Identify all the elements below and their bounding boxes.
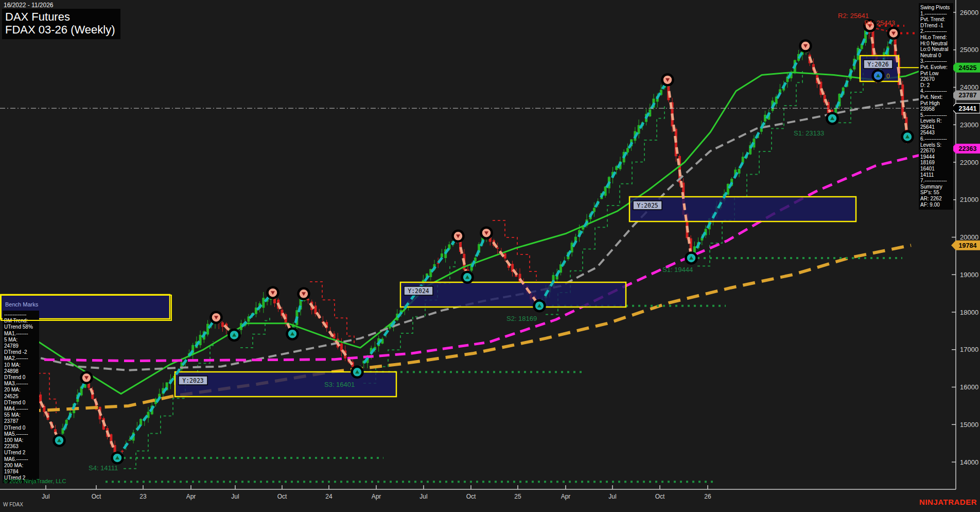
price-tag-text: 23441 — [959, 105, 977, 112]
price-tick-label: 17000 — [960, 346, 978, 353]
panel-line: 18169 — [920, 160, 953, 166]
price-tick-label: 19000 — [960, 271, 978, 279]
year-box-y2024[interactable] — [400, 282, 626, 307]
time-tick-label: Oct — [277, 493, 287, 500]
panel-line: Lo:0 Neutral — [920, 46, 953, 53]
time-tick-label: 26 — [704, 493, 711, 500]
price-axis[interactable]: 2600025000240002300022000210002000019000… — [951, 0, 980, 489]
price-tick-label: 24000 — [960, 83, 978, 91]
time-tick-label: Apr — [186, 493, 196, 500]
panel-line: DTrend -1 — [920, 23, 953, 29]
panel-line: 10 MA: — [4, 362, 39, 368]
year-box-y2023[interactable] — [175, 372, 396, 397]
panel-line: 14111 — [920, 172, 953, 178]
panel-line: 3.------------- — [920, 58, 953, 64]
panel-line: 22670 — [920, 148, 953, 154]
copyright-text: © 2026 NinjaTrader, LLC — [4, 478, 66, 484]
panel-line: 6.------------- — [920, 136, 953, 142]
time-tick-label: Oct — [92, 493, 101, 500]
panel-line: Pvt. Trend: — [920, 16, 953, 23]
panel-line: 24898 — [4, 368, 39, 374]
instrument-label: W FDAX — [3, 502, 23, 507]
chart-labels-layer: S4: 14111S3: 16401S2: 18169S1: 19444S1: … — [89, 12, 895, 472]
chart-label: 0 — [886, 73, 890, 80]
panel-line: MA4.------- — [4, 406, 39, 412]
time-tick-label: Jul — [608, 493, 616, 500]
panel-line: MA1.------- — [4, 331, 39, 337]
time-tick-label: Jul — [231, 493, 239, 500]
panel-line: Pvt. Next: — [920, 94, 953, 100]
panel-line: MA6.------- — [4, 456, 39, 463]
panel-line: 1.------------- — [920, 11, 953, 17]
price-tick-label: 25000 — [960, 46, 978, 54]
panel-line: SP's: 55 — [920, 190, 953, 196]
chart-canvas[interactable]: S4: 14111S3: 16401S2: 18169S1: 19444S1: … — [0, 0, 980, 512]
panel-line: D: 2 — [920, 82, 953, 89]
year-box-y2025[interactable] — [629, 197, 856, 221]
price-tag-text: 22363 — [959, 145, 977, 152]
panel-line: MA2.------- — [4, 355, 39, 362]
panel-line: Summary — [920, 184, 953, 190]
price-tag-text: 23787 — [959, 92, 977, 99]
price-tick-label: 14000 — [960, 458, 978, 466]
panel-line: 55 MA: — [4, 412, 39, 418]
ma-line-100ma — [28, 149, 950, 361]
panel-line: 20 MA: — [4, 387, 39, 393]
date-range: 16/2022 - 11/2026 — [4, 2, 54, 9]
panel-line: AF: 9.00 — [920, 202, 953, 208]
year-boxes-layer — [1, 56, 899, 397]
candles-layer — [28, 27, 908, 460]
time-tick-label: 25 — [514, 493, 521, 500]
panel-line: 19444 — [920, 154, 953, 160]
chart-label: S2: 18169 — [506, 315, 537, 322]
year-chip-label: Y:2023 — [182, 377, 204, 384]
price-tag-text: 19784 — [959, 242, 977, 249]
time-tick-label: Jul — [42, 493, 49, 500]
panel-line: 200 MA: — [4, 463, 39, 469]
panel-line: DTrend 0 — [4, 400, 39, 406]
panel-line: 24525 — [4, 394, 39, 400]
price-tick-label: 20000 — [960, 233, 978, 241]
panel-line: UTrend 58% — [4, 324, 39, 330]
panel-line: 25641 — [920, 124, 953, 130]
panel-line: MA3.------- — [4, 381, 39, 387]
price-tick-label: 16000 — [960, 383, 978, 391]
time-tick-label: Oct — [466, 493, 476, 500]
price-tag-text: 24525 — [959, 64, 977, 72]
panel-line: 100 MA: — [4, 437, 39, 443]
panel-line: Pvt High — [920, 100, 953, 107]
price-tick-label: 21000 — [960, 196, 978, 203]
year-box-2022-border[interactable] — [1, 295, 172, 321]
panel-line: 7.------------- — [920, 178, 953, 184]
time-tick-label: 23 — [139, 493, 147, 500]
chart-label: S3: 16401 — [324, 381, 355, 388]
panel-line: 22363 — [4, 443, 39, 450]
price-tick-label: 22000 — [960, 159, 978, 166]
price-tick-label: 23000 — [960, 121, 978, 129]
panel-line: 5 MA: — [4, 337, 39, 343]
panel-line: 2.------------- — [920, 28, 953, 35]
levels-layer — [106, 26, 926, 482]
panel-line: 24789 — [4, 343, 39, 349]
chart-label: S4: 14111 — [89, 464, 118, 472]
panel-line: Neutral 0 — [920, 53, 953, 59]
time-tick-label: Apr — [561, 493, 571, 500]
chart-label: R1: 25443 — [864, 19, 895, 27]
ma-line-200ma — [28, 245, 911, 411]
price-tick-label: 18000 — [960, 309, 978, 316]
swing-pivots-panel: Swing Pivots 1.-------------Pvt. Trend:D… — [919, 3, 953, 210]
time-axis[interactable]: JulOct23AprJulOct24AprJulOct25AprJulOct2… — [0, 485, 956, 500]
panel-line: AR: 2262 — [920, 196, 953, 202]
time-tick-label: 24 — [325, 493, 332, 500]
panel-line: 23787 — [4, 418, 39, 424]
chart-title-line2: FDAX 03-26 (Weekly) — [5, 23, 115, 36]
time-tick-label: Oct — [655, 493, 665, 500]
price-tick-label: 26000 — [960, 9, 978, 16]
panel-line: UTrend 2 — [4, 450, 39, 456]
panel-line: Levels S: — [920, 142, 953, 148]
panel-line: 4.------------- — [920, 88, 953, 94]
panel-line: DTrend 0 — [4, 374, 39, 381]
panel-line: Levels R: — [920, 118, 953, 124]
panel-line: DTrend 0 — [4, 425, 39, 431]
year-chip-label: Y:2024 — [408, 287, 429, 295]
